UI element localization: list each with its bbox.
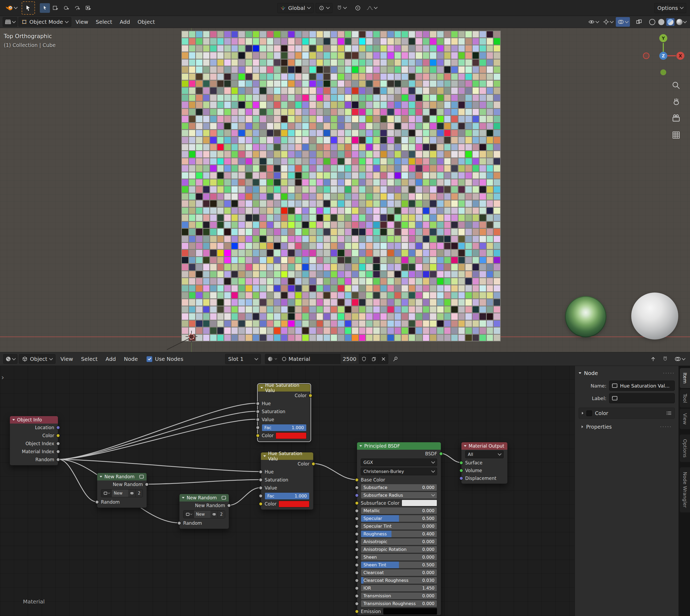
cube[interactable] (437, 74, 444, 80)
cube[interactable] (295, 66, 302, 72)
cube[interactable] (189, 194, 195, 200)
cube[interactable] (437, 179, 444, 185)
cube[interactable] (402, 116, 408, 122)
cube[interactable] (189, 179, 195, 185)
cube[interactable] (210, 292, 217, 299)
cube[interactable] (387, 95, 394, 101)
cube[interactable] (203, 200, 210, 206)
cube[interactable] (309, 74, 316, 80)
socket-saturation-input[interactable] (259, 478, 263, 482)
cube[interactable] (373, 165, 380, 171)
cube[interactable] (203, 313, 210, 320)
cube[interactable] (437, 194, 444, 200)
cube[interactable] (182, 123, 188, 129)
viewport-3d[interactable]: Top Orthographic (1) Collection | Cube Y… (0, 28, 690, 352)
cube[interactable] (246, 313, 252, 320)
cube[interactable] (466, 271, 472, 277)
cube[interactable] (324, 74, 330, 80)
cube[interactable] (302, 109, 309, 115)
cube[interactable] (423, 186, 429, 193)
cube[interactable] (189, 299, 195, 305)
socket-color-output[interactable] (311, 462, 315, 466)
cube[interactable] (345, 328, 351, 334)
cube[interactable] (317, 186, 323, 193)
cube[interactable] (437, 151, 444, 157)
socket-new-random-output[interactable] (227, 504, 231, 508)
cube[interactable] (409, 292, 415, 299)
cube[interactable] (338, 200, 344, 206)
cube[interactable] (217, 158, 224, 164)
cube[interactable] (288, 257, 295, 263)
cube[interactable] (288, 194, 295, 200)
sheen-tint-slider[interactable]: Sheen Tint0.500 (361, 561, 437, 569)
cube[interactable] (232, 38, 238, 44)
cube[interactable] (352, 313, 358, 320)
cube[interactable] (444, 200, 451, 206)
cube[interactable] (366, 165, 372, 171)
cube[interactable] (246, 74, 252, 80)
cube[interactable] (359, 250, 366, 256)
cube[interactable] (366, 74, 372, 80)
cube[interactable] (430, 328, 436, 334)
cube[interactable] (302, 74, 309, 80)
cube[interactable] (359, 243, 366, 249)
cube[interactable] (387, 172, 394, 179)
cube[interactable] (224, 335, 231, 341)
cube[interactable] (352, 236, 358, 242)
socket-color-input[interactable] (259, 502, 263, 506)
cube[interactable] (487, 95, 493, 101)
cube[interactable] (416, 229, 422, 235)
cube[interactable] (409, 60, 415, 66)
cube[interactable] (466, 292, 472, 299)
cube[interactable] (295, 38, 302, 44)
cube[interactable] (210, 144, 217, 150)
cube[interactable] (359, 31, 366, 37)
socket-transmission-roughness-input[interactable] (355, 601, 359, 606)
cube[interactable] (238, 137, 245, 143)
cube[interactable] (260, 264, 266, 270)
cube[interactable] (196, 81, 202, 87)
cube[interactable] (253, 335, 259, 341)
cube[interactable] (416, 285, 422, 291)
cube[interactable] (196, 321, 202, 327)
cube[interactable] (281, 313, 287, 320)
cube[interactable] (345, 144, 351, 150)
cube[interactable] (196, 243, 202, 249)
cube[interactable] (373, 179, 380, 185)
cube[interactable] (416, 236, 422, 242)
cube[interactable] (260, 45, 266, 51)
cube[interactable] (437, 292, 444, 299)
cube[interactable] (203, 292, 210, 299)
cube[interactable] (288, 208, 295, 214)
cube[interactable] (210, 229, 217, 235)
cube[interactable] (317, 66, 323, 72)
cube[interactable] (217, 123, 224, 129)
cube[interactable] (210, 151, 217, 157)
cube[interactable] (359, 88, 366, 94)
cube[interactable] (402, 215, 408, 221)
cube[interactable] (395, 179, 401, 185)
cube[interactable] (430, 313, 436, 320)
cube[interactable] (423, 151, 429, 157)
cube[interactable] (366, 215, 372, 221)
cube[interactable] (281, 229, 287, 235)
fac-slider[interactable]: Fac1.000 (262, 424, 306, 431)
cube[interactable] (302, 102, 309, 108)
cube[interactable] (451, 250, 458, 256)
cube[interactable] (203, 102, 210, 108)
proportional-editing-toggle[interactable] (353, 3, 363, 13)
cube[interactable] (224, 250, 231, 256)
cube[interactable] (409, 335, 415, 341)
cube[interactable] (309, 335, 316, 341)
cube[interactable] (494, 306, 500, 312)
sidebar-tab-item[interactable]: Item (680, 368, 690, 388)
cube[interactable] (182, 60, 188, 66)
socket-value-input[interactable] (259, 486, 263, 490)
cube[interactable] (224, 186, 231, 193)
cube[interactable] (409, 102, 415, 108)
cube[interactable] (189, 45, 195, 51)
cube[interactable] (238, 60, 245, 66)
cube[interactable] (387, 200, 394, 206)
cube[interactable] (317, 215, 323, 221)
socket-random-input[interactable] (177, 521, 181, 525)
